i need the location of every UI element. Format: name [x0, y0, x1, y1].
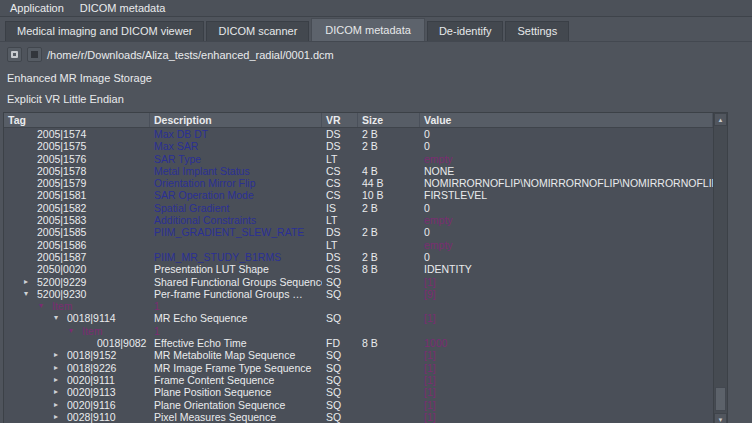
tab-dicom-scanner[interactable]: DICOM scanner	[206, 21, 309, 41]
tag-cell: ▸0028|9110	[4, 411, 150, 423]
expander-closed-icon[interactable]: ▸	[54, 362, 67, 374]
table-row[interactable]: ▸0020|9113Plane Position SequenceSQ[1]	[4, 386, 713, 398]
table-row[interactable]: ▸5200|9229Shared Functional Groups Seque…	[4, 276, 713, 288]
tag-cell: 2005|1581	[4, 189, 150, 201]
scroll-up-button[interactable]: ▲	[714, 113, 727, 126]
table-row[interactable]: ▸0020|9111Frame Content SequenceSQ[1]	[4, 374, 713, 386]
description-cell: Frame Content Sequence	[150, 374, 322, 386]
tab-settings[interactable]: Settings	[505, 21, 569, 41]
vertical-scrollbar[interactable]: ▲ ▼	[713, 113, 727, 423]
description-cell: SAR Operation Mode	[150, 189, 322, 201]
tag-value: 2005|1576	[37, 153, 86, 165]
value-cell: empty	[420, 153, 713, 165]
expander-open-icon[interactable]: ▾	[24, 288, 37, 300]
expander-open-icon[interactable]: ▾	[54, 312, 67, 324]
value-cell: 0	[420, 251, 713, 263]
table-row[interactable]: 2005|1574Max DB DTDS2 B0	[4, 128, 713, 140]
expander-closed-icon[interactable]: ▸	[54, 349, 67, 361]
scroll-down-button[interactable]: ▼	[714, 413, 727, 423]
table-row[interactable]: ▾5200|9230Per-frame Functional Groups …S…	[4, 288, 713, 300]
table-row[interactable]: ▸0028|9110Pixel Measures SequenceSQ[1]	[4, 411, 713, 423]
table-row[interactable]: 2050|0020Presentation LUT ShapeCS8 BIDEN…	[4, 263, 713, 275]
table-row[interactable]: 2005|1578Metal Implant StatusCS4 BNONE	[4, 165, 713, 177]
size-cell: 2 B	[358, 140, 420, 152]
expander-closed-icon[interactable]: ▸	[54, 411, 67, 423]
metadata-table: Tag Description VR Size Value 2005|1574M…	[3, 112, 728, 423]
size-cell	[358, 300, 420, 312]
expander-open-icon[interactable]: ▾	[39, 300, 52, 312]
column-header-tag[interactable]: Tag	[4, 113, 150, 127]
open-file-button[interactable]	[7, 47, 22, 62]
expander-closed-icon[interactable]: ▸	[54, 399, 67, 411]
size-cell	[358, 411, 420, 423]
table-row[interactable]: 2005|1575Max SARDS2 B0	[4, 140, 713, 152]
description-cell: MR Echo Sequence	[150, 312, 322, 324]
column-header-vr[interactable]: VR	[322, 113, 358, 127]
table-row[interactable]: 2005|1583Additional ConstraintsLTempty	[4, 214, 713, 226]
table-row[interactable]: ▸0018|9226MR Image Frame Type SequenceSQ…	[4, 362, 713, 374]
table-row[interactable]: 2005|1581SAR Operation ModeCS10 BFIRSTLE…	[4, 189, 713, 201]
expander-closed-icon[interactable]: ▸	[54, 374, 67, 386]
table-row[interactable]: ▾Item1	[4, 325, 713, 337]
tag-cell: 2005|1575	[4, 140, 150, 152]
tab-medical-imaging-viewer[interactable]: Medical imaging and DICOM viewer	[5, 21, 204, 41]
scrollbar-thumb[interactable]	[715, 387, 726, 411]
tag-cell: ▾Item	[4, 300, 150, 312]
expander-closed-icon[interactable]: ▸	[24, 276, 37, 288]
table-row[interactable]: 0018|9082Effective Echo TimeFD8 B1000	[4, 337, 713, 349]
table-row[interactable]: 2005|1582Spatial GradientIS2 B0	[4, 202, 713, 214]
table-row[interactable]: ▸0020|9116Plane Orientation SequenceSQ[1…	[4, 399, 713, 411]
value-cell: [1]	[420, 349, 713, 361]
tag-cell: 0018|9082	[4, 337, 150, 349]
dicom-metadata-pane: /home/r/Downloads/Aliza_tests/enhanced_r…	[0, 42, 752, 423]
stop-button[interactable]	[27, 47, 42, 62]
value-cell	[420, 325, 713, 337]
table-body: 2005|1574Max DB DTDS2 B02005|1575Max SAR…	[4, 128, 713, 423]
value-cell: empty	[420, 214, 713, 226]
menu-dicom-metadata[interactable]: DICOM metadata	[74, 1, 172, 15]
size-cell: 44 B	[358, 177, 420, 189]
table-row[interactable]: 2005|1585PIIM_GRADIENT_SLEW_RATEDS2 B0	[4, 226, 713, 238]
description-cell: Effective Echo Time	[150, 337, 322, 349]
tag-value: 2005|1583	[37, 214, 86, 226]
vr-cell: CS	[322, 263, 358, 275]
arrow-up-icon: ▲	[718, 117, 724, 123]
description-cell	[150, 239, 322, 251]
vr-cell: CS	[322, 189, 358, 201]
description-cell: Additional Constraints	[150, 214, 322, 226]
description-cell: MR Image Frame Type Sequence	[150, 362, 322, 374]
value-cell: IDENTITY	[420, 263, 713, 275]
vr-cell	[322, 325, 358, 337]
table-row[interactable]: 2005|1579Orientation Mirror FlipCS44 BNO…	[4, 177, 713, 189]
expander-open-icon[interactable]: ▾	[69, 325, 82, 337]
tab-dicom-metadata[interactable]: DICOM metadata	[311, 18, 425, 41]
expander-closed-icon[interactable]: ▸	[54, 386, 67, 398]
table-row[interactable]: 2005|1587PIIM_MR_STUDY_B1RMSDS2 B0	[4, 251, 713, 263]
description-cell: MR Metabolite Map Sequence	[150, 349, 322, 361]
column-header-description[interactable]: Description	[150, 113, 322, 127]
table-row[interactable]: 2005|1576SAR TypeLTempty	[4, 153, 713, 165]
table-row[interactable]: ▾0018|9114MR Echo SequenceSQ[1]	[4, 312, 713, 324]
tag-cell: 2005|1576	[4, 153, 150, 165]
tag-cell: ▾5200|9230	[4, 288, 150, 300]
tab-de-identify[interactable]: De-identify	[427, 21, 504, 41]
size-cell: 8 B	[358, 337, 420, 349]
tag-cell: 2005|1579	[4, 177, 150, 189]
tag-cell: 2005|1574	[4, 128, 150, 140]
table-row[interactable]: ▾Item1	[4, 300, 713, 312]
vr-cell: DS	[322, 251, 358, 263]
column-header-value[interactable]: Value	[420, 113, 713, 127]
tag-cell: 2005|1583	[4, 214, 150, 226]
menu-application[interactable]: Application	[4, 1, 70, 15]
column-header-size[interactable]: Size	[358, 113, 420, 127]
description-cell: Presentation LUT Shape	[150, 263, 322, 275]
size-cell	[358, 349, 420, 361]
tag-value: 2005|1579	[37, 177, 86, 189]
value-cell: 0	[420, 202, 713, 214]
table-row[interactable]: 2005|1586LTempty	[4, 239, 713, 251]
vr-cell: CS	[322, 165, 358, 177]
tag-value: 2005|1578	[37, 165, 86, 177]
table-row[interactable]: ▸0018|9152MR Metabolite Map SequenceSQ[1…	[4, 349, 713, 361]
size-cell	[358, 362, 420, 374]
description-cell: PIIM_MR_STUDY_B1RMS	[150, 251, 322, 263]
